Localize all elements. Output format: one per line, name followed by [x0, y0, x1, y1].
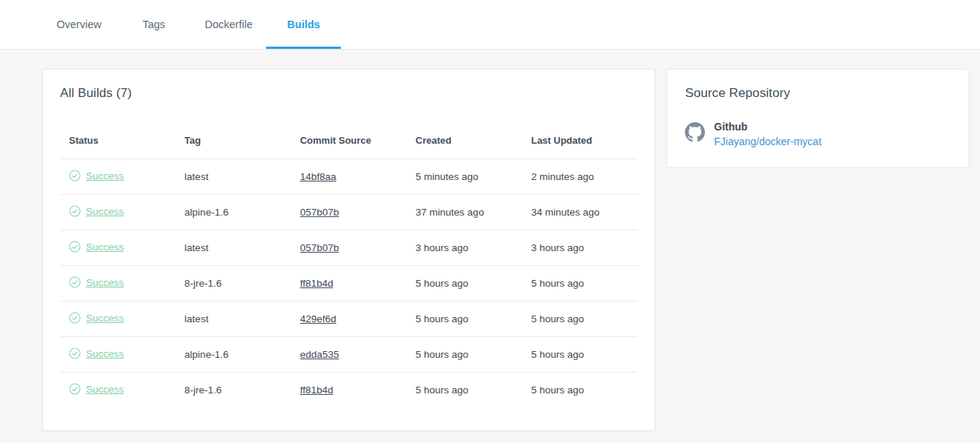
commit-cell: ff81b4d	[291, 373, 407, 408]
build-status-link[interactable]: Success	[86, 313, 124, 324]
table-row: Successlatest057b07b3 hours ago3 hours a…	[60, 230, 638, 266]
table-header-row: Status Tag Commit Source Created Last Up…	[60, 123, 638, 159]
github-icon	[685, 122, 705, 142]
created-cell: 5 hours ago	[407, 337, 523, 373]
success-check-icon	[69, 241, 81, 253]
status-cell: Success	[60, 195, 176, 230]
tab-overview[interactable]: Overview	[42, 0, 116, 49]
table-row: Successlatest14bf8aa5 minutes ago2 minut…	[60, 159, 638, 195]
tag-cell: latest	[176, 302, 291, 337]
column-header-commit: Commit Source	[291, 123, 407, 159]
build-status-link[interactable]: Success	[86, 384, 124, 395]
status-cell: Success	[60, 230, 176, 266]
tab-tags[interactable]: Tags	[116, 0, 191, 49]
tag-cell: 8-jre-1.6	[176, 373, 291, 408]
last-updated-cell: 5 hours ago	[522, 302, 638, 337]
builds-table: Status Tag Commit Source Created Last Up…	[60, 123, 638, 408]
success-check-icon	[69, 312, 81, 324]
tag-cell: latest	[176, 159, 291, 195]
created-cell: 5 hours ago	[407, 373, 523, 408]
tag-cell: latest	[176, 230, 291, 266]
build-status-link[interactable]: Success	[86, 242, 124, 253]
all-builds-card: All Builds (7) Status Tag Commit Source …	[42, 69, 655, 431]
last-updated-cell: 3 hours ago	[522, 230, 638, 266]
tag-cell: alpine-1.6	[176, 337, 291, 373]
commit-cell: 057b07b	[291, 230, 407, 266]
last-updated-cell: 2 minutes ago	[522, 159, 638, 195]
table-row: Successlatest429ef6d5 hours ago5 hours a…	[60, 302, 638, 337]
table-row: Success8-jre-1.6ff81b4d5 hours ago5 hour…	[60, 266, 638, 302]
commit-link[interactable]: ff81b4d	[300, 278, 334, 289]
column-header-created: Created	[407, 123, 523, 159]
created-cell: 5 hours ago	[407, 266, 523, 302]
commit-cell: 429ef6d	[291, 302, 407, 337]
tab-bar: Overview Tags Dockerfile Builds	[0, 0, 980, 50]
table-row: Successalpine-1.6057b07b37 minutes ago34…	[60, 195, 638, 230]
repo-link[interactable]: FJiayang/docker-mycat	[714, 136, 821, 147]
repo-info: Github FJiayang/docker-mycat	[714, 121, 821, 148]
success-check-icon	[69, 383, 81, 395]
status-cell: Success	[60, 266, 176, 302]
column-header-tag: Tag	[176, 123, 291, 159]
success-check-icon	[69, 276, 81, 288]
last-updated-cell: 34 minutes ago	[522, 195, 638, 230]
last-updated-cell: 5 hours ago	[522, 266, 638, 302]
repo-provider-label: Github	[714, 121, 821, 133]
column-header-last-updated: Last Updated	[522, 123, 638, 159]
status-cell: Success	[60, 373, 176, 408]
source-repo-title: Source Repository	[685, 86, 951, 101]
commit-cell: 057b07b	[291, 195, 407, 230]
table-row: Success8-jre-1.6ff81b4d5 hours ago5 hour…	[60, 373, 638, 408]
created-cell: 5 hours ago	[407, 302, 523, 337]
build-status-link[interactable]: Success	[86, 206, 124, 217]
success-check-icon	[69, 347, 81, 359]
tag-cell: alpine-1.6	[176, 195, 291, 230]
last-updated-cell: 5 hours ago	[522, 337, 638, 373]
success-check-icon	[69, 205, 81, 217]
tab-builds[interactable]: Builds	[266, 0, 341, 49]
tag-cell: 8-jre-1.6	[176, 266, 291, 302]
created-cell: 3 hours ago	[407, 230, 523, 266]
commit-link[interactable]: 057b07b	[300, 242, 340, 253]
commit-link[interactable]: 057b07b	[300, 207, 340, 218]
status-cell: Success	[60, 337, 176, 373]
success-check-icon	[69, 170, 81, 181]
status-cell: Success	[60, 159, 176, 195]
commit-link[interactable]: edda535	[300, 349, 340, 360]
repo-row: Github FJiayang/docker-mycat	[685, 121, 951, 148]
page-content: All Builds (7) Status Tag Commit Source …	[0, 50, 980, 443]
commit-link[interactable]: 429ef6d	[300, 313, 337, 324]
table-row: Successalpine-1.6edda5355 hours ago5 hou…	[60, 337, 638, 373]
commit-link[interactable]: ff81b4d	[300, 384, 334, 396]
builds-card-title: All Builds (7)	[60, 86, 638, 101]
created-cell: 5 minutes ago	[407, 159, 523, 195]
build-status-link[interactable]: Success	[86, 277, 124, 288]
created-cell: 37 minutes ago	[407, 195, 523, 230]
status-cell: Success	[60, 302, 176, 337]
build-status-link[interactable]: Success	[86, 170, 124, 181]
commit-link[interactable]: 14bf8aa	[300, 171, 337, 182]
column-header-status: Status	[60, 123, 176, 159]
source-repository-card: Source Repository Github FJiayang/docker…	[666, 69, 970, 168]
last-updated-cell: 5 hours ago	[522, 373, 638, 408]
commit-cell: 14bf8aa	[291, 159, 407, 195]
tab-dockerfile[interactable]: Dockerfile	[191, 0, 266, 49]
build-status-link[interactable]: Success	[86, 348, 124, 359]
commit-cell: ff81b4d	[291, 266, 407, 302]
commit-cell: edda535	[291, 337, 407, 373]
